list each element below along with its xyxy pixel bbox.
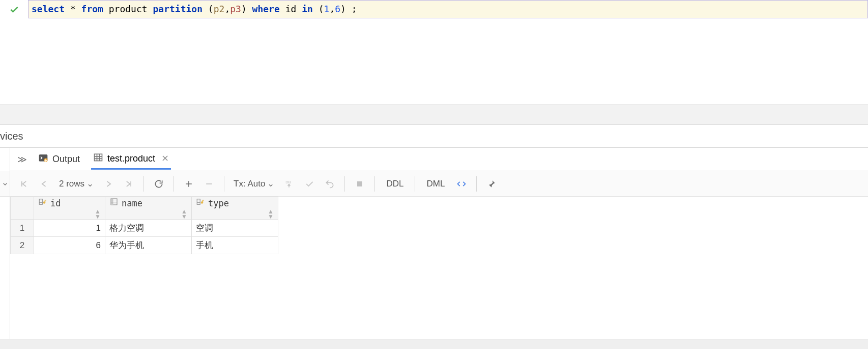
expand-button[interactable]: ≫	[17, 154, 27, 165]
tab-result-label: test.product	[107, 153, 155, 164]
key-column-icon	[38, 197, 47, 209]
sql-token	[280, 0, 285, 18]
tab-result[interactable]: test.product ✕	[91, 149, 171, 170]
column-header-name[interactable]: name▲▼	[105, 197, 192, 220]
separator	[224, 176, 224, 192]
sql-token: partition	[153, 0, 202, 18]
svg-rect-2	[95, 154, 102, 160]
sql-token: where	[252, 0, 280, 18]
truncated-panel-label: vices	[0, 125, 868, 147]
rows-count-dropdown[interactable]: 2 rows ⌄	[56, 178, 97, 189]
table-icon	[93, 152, 103, 165]
console-icon	[38, 153, 48, 166]
column-header-type[interactable]: type▲▼	[192, 197, 278, 220]
key-column-icon	[196, 197, 205, 209]
cell-name[interactable]: 格力空调	[105, 220, 192, 237]
svg-rect-14	[45, 200, 46, 201]
sql-editor-pane: select * from product partition (p2,p3) …	[0, 0, 868, 104]
table-row[interactable]: 26华为手机手机	[11, 237, 278, 254]
tab-output[interactable]: Output	[36, 150, 82, 169]
rollback-button[interactable]	[321, 175, 338, 193]
commit-button[interactable]	[301, 175, 318, 193]
sql-token: *	[70, 0, 76, 18]
app-root: select * from product partition (p2,p3) …	[0, 0, 868, 349]
sql-token: )	[241, 0, 247, 18]
separator	[476, 176, 477, 192]
svg-rect-9	[39, 199, 42, 205]
next-page-button[interactable]	[100, 175, 117, 193]
editor-body[interactable]: select * from product partition (p2,p3) …	[28, 0, 868, 104]
separator	[344, 176, 345, 192]
column-label: type	[208, 198, 229, 208]
add-row-button[interactable]	[180, 175, 197, 193]
pin-button[interactable]	[483, 175, 500, 193]
results-panel: ≫ Output test.product ✕	[0, 147, 868, 339]
column-label: name	[122, 198, 142, 208]
last-page-button[interactable]	[120, 175, 137, 193]
close-icon[interactable]: ✕	[161, 153, 169, 164]
first-page-button[interactable]	[15, 175, 33, 193]
table-row[interactable]: 11格力空调空调	[11, 220, 278, 237]
cell-id[interactable]: 6	[34, 237, 105, 254]
sort-arrows-icon[interactable]: ▲▼	[268, 209, 274, 219]
collapse-chevron[interactable]	[0, 171, 10, 197]
sql-token: from	[81, 0, 103, 18]
tx-mode-dropdown[interactable]: Tx: Auto ⌄	[230, 178, 277, 189]
check-icon	[9, 5, 19, 16]
sql-token	[202, 0, 208, 18]
truncated-text: vices	[0, 130, 23, 142]
svg-rect-16	[111, 199, 113, 205]
sql-token	[103, 0, 109, 18]
sql-token: )	[340, 0, 346, 18]
ddl-button[interactable]: DDL	[381, 179, 409, 189]
separator	[374, 176, 375, 192]
separator	[143, 176, 144, 192]
row-number[interactable]: 1	[11, 220, 34, 237]
sql-token: p2	[214, 0, 225, 18]
cell-type[interactable]: 空调	[192, 220, 278, 237]
sql-line[interactable]: select * from product partition (p2,p3) …	[28, 0, 868, 18]
column-icon	[109, 197, 119, 209]
column-header-id[interactable]: id▲▼	[34, 197, 105, 220]
separator	[415, 176, 415, 192]
chevron-down-icon: ⌄	[267, 178, 274, 189]
tab-output-label: Output	[52, 154, 80, 165]
compare-button[interactable]	[453, 175, 470, 193]
cell-name[interactable]: 华为手机	[105, 237, 192, 254]
cell-id[interactable]: 1	[34, 220, 105, 237]
dml-button[interactable]: DML	[421, 179, 450, 189]
bottom-scroll-strip	[0, 339, 868, 349]
db-upload-button[interactable]: DB	[280, 175, 298, 193]
data-table: id▲▼name▲▼type▲▼ 11格力空调空调26华为手机手机	[10, 197, 278, 254]
sql-token: ,	[329, 0, 335, 18]
corner-cell[interactable]	[11, 197, 34, 220]
result-toolbar: 2 rows ⌄	[10, 171, 868, 197]
svg-text:DB: DB	[286, 180, 291, 184]
svg-rect-13	[45, 200, 46, 202]
stop-button[interactable]	[351, 175, 368, 193]
reload-button[interactable]	[150, 175, 167, 193]
horizontal-splitter[interactable]	[0, 104, 868, 125]
svg-rect-23	[202, 200, 204, 202]
sql-token: (	[319, 0, 324, 18]
sql-token: 6	[335, 0, 340, 18]
tx-mode-label: Tx: Auto	[234, 179, 265, 189]
results-panel-body: ≫ Output test.product ✕	[10, 148, 868, 339]
cell-type[interactable]: 手机	[192, 237, 278, 254]
column-label: id	[50, 198, 61, 208]
editor-gutter	[0, 0, 28, 104]
svg-rect-24	[203, 200, 204, 201]
sort-arrows-icon[interactable]: ▲▼	[181, 209, 187, 219]
result-tabs: ≫ Output test.product ✕	[10, 148, 868, 171]
svg-rect-8	[357, 181, 362, 186]
prev-page-button[interactable]	[36, 175, 53, 193]
separator	[173, 176, 174, 192]
delete-row-button[interactable]	[200, 175, 218, 193]
sql-token	[65, 0, 70, 18]
editor-empty-area[interactable]	[28, 18, 868, 104]
row-number[interactable]: 2	[11, 237, 34, 254]
sort-arrows-icon[interactable]: ▲▼	[95, 209, 101, 219]
sql-token: ,	[224, 0, 230, 18]
result-grid[interactable]: id▲▼name▲▼type▲▼ 11格力空调空调26华为手机手机	[10, 197, 868, 339]
sql-token: in	[302, 0, 313, 18]
